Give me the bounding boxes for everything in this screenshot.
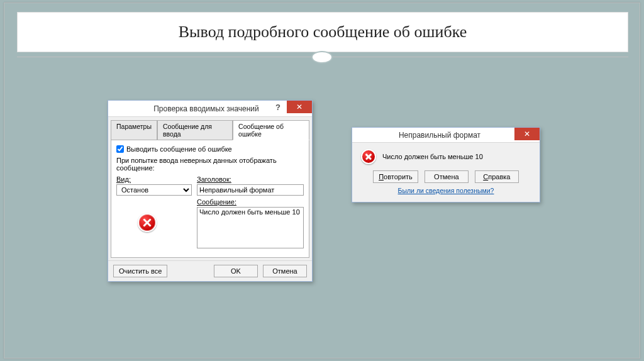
data-validation-dialog: Проверка вводимых значений ? ✕ Параметры…: [108, 100, 313, 282]
cancel-button[interactable]: Отмена: [263, 265, 307, 277]
style-select[interactable]: Останов: [116, 184, 192, 196]
dialog1-buttons: Очистить все OK Отмена: [108, 260, 312, 281]
title-label: Заголовок:: [197, 175, 304, 183]
tab-body: Выводить сообщение об ошибке При попытке…: [111, 140, 309, 258]
message-label: Сообщение:: [197, 198, 304, 206]
show-error-checkbox[interactable]: [116, 145, 124, 153]
retry-button[interactable]: Повторить: [373, 170, 418, 183]
message-textarea[interactable]: Число должен быть меньше 10: [197, 207, 304, 248]
close-icon[interactable]: ✕: [514, 128, 540, 140]
dialog2-titlebar[interactable]: Неправильный формат ✕: [352, 128, 540, 143]
title-input[interactable]: [197, 184, 304, 196]
show-error-checkbox-row[interactable]: Выводить сообщение об ошибке: [116, 145, 304, 153]
error-icon: [138, 213, 157, 232]
error-icon: [361, 149, 376, 164]
feedback-link[interactable]: Были ли сведения полезными?: [361, 187, 531, 197]
separator-ornament: [311, 51, 333, 64]
tabs: Параметры Сообщение для ввода Сообщение …: [108, 117, 312, 140]
error-message-text: Число должен быть меньше 10: [382, 153, 483, 160]
dialog2-body: Число должен быть меньше 10 Повторить От…: [352, 143, 540, 202]
help-icon[interactable]: ?: [269, 101, 287, 113]
help-button[interactable]: Справка: [475, 170, 519, 183]
dialog1-titlebar[interactable]: Проверка вводимых значений ? ✕: [108, 101, 312, 117]
tab-error-alert[interactable]: Сообщение об ошибке: [233, 120, 309, 140]
cancel-button[interactable]: Отмена: [425, 170, 469, 183]
dialog2-title: Неправильный формат: [352, 131, 540, 140]
slide-frame: Вывод подробного сообщение об ошибке Про…: [4, 3, 640, 358]
ok-button[interactable]: OK: [214, 265, 258, 277]
type-label: Вид:: [116, 175, 192, 183]
page-title: Вывод подробного сообщение об ошибке: [179, 23, 467, 42]
close-icon[interactable]: ✕: [287, 101, 312, 113]
error-message-dialog: Неправильный формат ✕ Число должен быть …: [352, 127, 540, 203]
show-error-label: Выводить сообщение об ошибке: [126, 145, 232, 153]
tab-input-message[interactable]: Сообщение для ввода: [157, 120, 233, 140]
clear-all-button[interactable]: Очистить все: [113, 265, 167, 277]
title-band: Вывод подробного сообщение об ошибке: [17, 12, 628, 52]
instruction-text: При попытке ввода неверных данных отобра…: [116, 157, 304, 172]
tab-params[interactable]: Параметры: [111, 120, 157, 140]
